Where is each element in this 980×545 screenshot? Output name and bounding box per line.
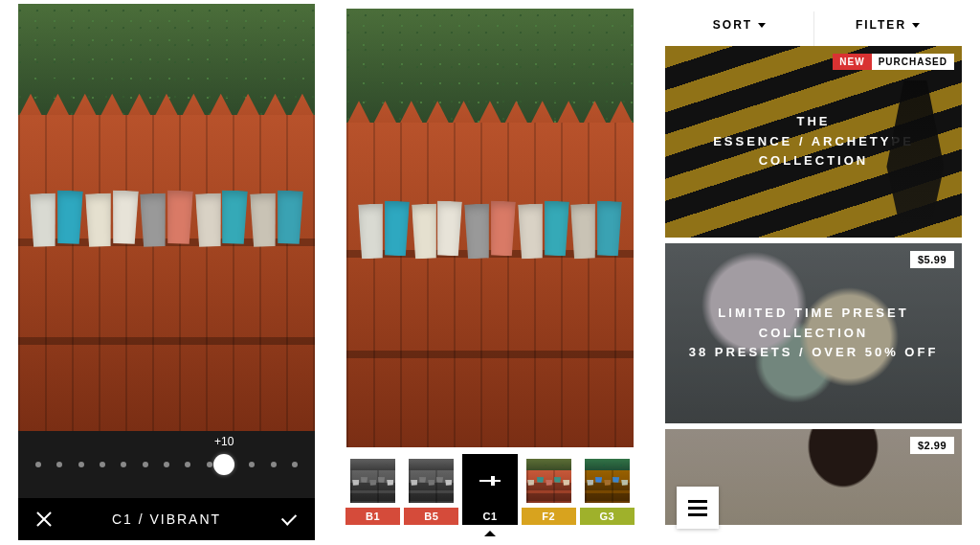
preset-thumb — [526, 459, 571, 503]
preset-tag: B1 — [345, 508, 400, 525]
price-badge: $2.99 — [910, 437, 954, 454]
slider-tick — [35, 462, 41, 467]
card-title: THEESSENCE / ARCHETYPECOLLECTION — [696, 112, 931, 171]
slider-tick — [271, 462, 277, 467]
preset-thumb — [409, 459, 454, 503]
shop-topbar: SORT FILTER — [665, 4, 962, 46]
hamburger-icon — [688, 507, 707, 510]
adjust-icon — [479, 474, 501, 488]
preset-thumb — [350, 459, 395, 503]
cancel-icon[interactable] — [35, 511, 53, 528]
shop-list[interactable]: NEWPURCHASEDTHEESSENCE / ARCHETYPECOLLEC… — [665, 46, 962, 540]
badge-purchased: PURCHASED — [872, 54, 954, 70]
chevron-down-icon — [912, 23, 920, 28]
intensity-slider[interactable]: +10 — [35, 448, 298, 481]
preset-thumb — [585, 459, 630, 503]
topbar-divider — [813, 11, 814, 46]
preset-tag: G3 — [580, 508, 635, 525]
slider-tick — [249, 462, 255, 467]
preset-b5[interactable]: B5 — [404, 454, 458, 525]
slider-tick — [164, 462, 169, 467]
editor-intensity-screen: +10 C1 / VIBRANT — [18, 4, 315, 540]
sort-label: SORT — [713, 18, 752, 32]
slider-tick — [78, 462, 84, 467]
chevron-down-icon — [758, 23, 766, 28]
price-badge: $5.99 — [910, 251, 954, 268]
sort-button[interactable]: SORT — [665, 4, 813, 46]
slider-tick — [207, 462, 212, 467]
shop-screen: SORT FILTER NEWPURCHASEDTHEESSENCE / ARC… — [665, 4, 962, 540]
editor-bottom-bar: C1 / VIBRANT — [18, 498, 315, 540]
preset-strip[interactable]: B1B5C1F2G3 — [342, 452, 638, 527]
shop-card[interactable]: $5.99LIMITED TIME PRESET COLLECTION38 PR… — [665, 243, 962, 423]
photo-preview — [18, 4, 315, 431]
slider-tick — [121, 462, 126, 467]
badge-row: NEWPURCHASED — [833, 54, 954, 70]
preset-tag: C1 — [462, 508, 517, 525]
slider-value-label: +10 — [214, 435, 234, 448]
shop-card[interactable]: NEWPURCHASEDTHEESSENCE / ARCHETYPECOLLEC… — [665, 46, 962, 238]
photo-preview — [346, 9, 634, 447]
editor-preset-picker-screen: B1B5C1F2G3 — [342, 4, 638, 540]
preset-c1[interactable]: C1 — [462, 454, 517, 525]
slider-tick — [185, 462, 190, 467]
slider-tick — [292, 462, 298, 467]
preset-name-label: C1 / VIBRANT — [112, 511, 221, 527]
preset-b1[interactable]: B1 — [345, 454, 400, 525]
slider-tick — [100, 462, 105, 467]
preset-f2[interactable]: F2 — [522, 454, 576, 525]
menu-button[interactable] — [677, 487, 719, 529]
expand-presets-icon[interactable] — [342, 527, 638, 540]
intensity-slider-panel: +10 — [18, 431, 315, 498]
filter-button[interactable]: FILTER — [813, 4, 962, 46]
slider-tick — [143, 462, 148, 467]
slider-knob[interactable] — [213, 454, 234, 475]
preset-tag: B5 — [404, 508, 458, 525]
slider-tick — [56, 462, 62, 467]
filter-label: FILTER — [856, 18, 906, 32]
preset-tag: F2 — [522, 508, 576, 525]
badge-new: NEW — [833, 54, 871, 70]
preset-g3[interactable]: G3 — [580, 454, 635, 525]
confirm-icon[interactable] — [280, 511, 298, 528]
card-title: LIMITED TIME PRESET COLLECTION38 PRESETS… — [665, 304, 962, 363]
